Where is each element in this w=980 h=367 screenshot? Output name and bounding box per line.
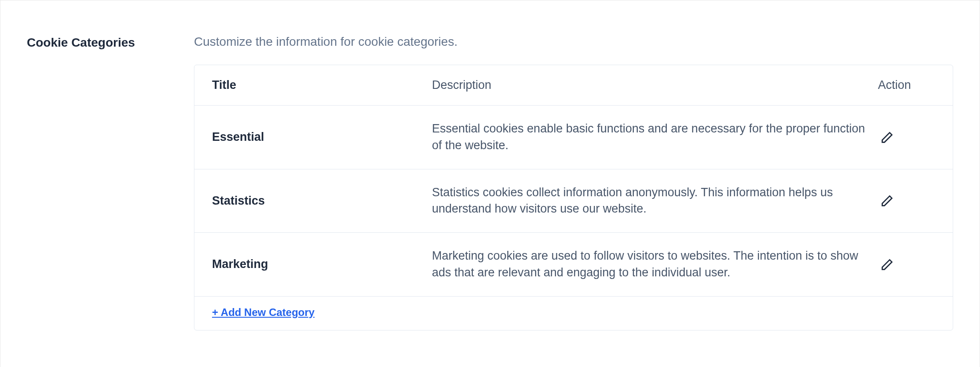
category-description: Essential cookies enable basic functions… <box>432 121 878 154</box>
section-body: Customize the information for cookie cat… <box>194 27 953 330</box>
table-footer: + Add New Category <box>194 297 953 330</box>
category-title: Essential <box>212 130 432 144</box>
category-title: Statistics <box>212 194 432 208</box>
category-title: Marketing <box>212 257 432 271</box>
section-subtitle: Customize the information for cookie cat… <box>194 27 953 49</box>
pencil-icon <box>881 194 894 207</box>
section-label: Cookie Categories <box>27 27 159 50</box>
edit-button[interactable] <box>878 255 896 274</box>
section-row: Cookie Categories Customize the informat… <box>27 27 953 330</box>
header-description: Description <box>432 78 878 92</box>
edit-button[interactable] <box>878 128 896 147</box>
pencil-icon <box>881 131 894 144</box>
categories-table: Title Description Action Essential Essen… <box>194 65 953 330</box>
add-new-category-button[interactable]: + Add New Category <box>212 306 314 319</box>
header-action: Action <box>878 78 935 92</box>
header-title: Title <box>212 78 432 92</box>
category-action-cell <box>878 128 935 147</box>
settings-section: Cookie Categories Customize the informat… <box>0 0 980 367</box>
table-row: Statistics Statistics cookies collect in… <box>194 169 953 233</box>
category-description: Marketing cookies are used to follow vis… <box>432 248 878 281</box>
pencil-icon <box>881 258 894 271</box>
category-description: Statistics cookies collect information a… <box>432 184 878 218</box>
category-action-cell <box>878 191 935 210</box>
edit-button[interactable] <box>878 191 896 210</box>
table-header-row: Title Description Action <box>194 65 953 106</box>
table-row: Essential Essential cookies enable basic… <box>194 106 953 169</box>
category-action-cell <box>878 255 935 274</box>
table-row: Marketing Marketing cookies are used to … <box>194 233 953 297</box>
